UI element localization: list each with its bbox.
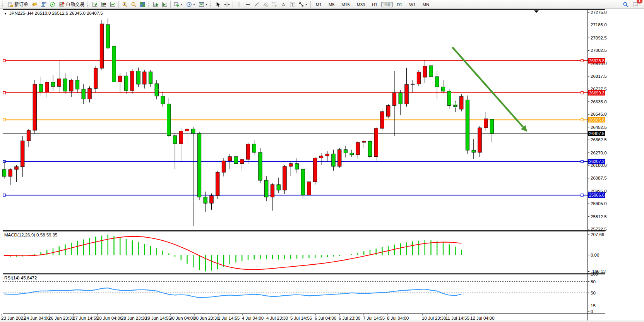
periods-button[interactable]: ▼: [185, 0, 197, 9]
notifications-button[interactable]: 1: [631, 0, 640, 9]
auto-scroll-button[interactable]: [151, 0, 160, 9]
autotrading-button[interactable]: 自动交易: [57, 0, 86, 9]
symbol-search-button[interactable]: [621, 0, 630, 9]
fibonacci-icon: F: [272, 2, 277, 7]
fibonacci-tool-button[interactable]: F: [270, 0, 279, 9]
signals-button[interactable]: [48, 0, 57, 9]
timeframe-button-h4[interactable]: H4: [381, 2, 393, 7]
market-depth-button[interactable]: [30, 0, 39, 9]
candle-body: [27, 130, 31, 141]
line-chart-mode-button[interactable]: [108, 0, 117, 9]
svg-text:26699.3: 26699.3: [589, 91, 605, 95]
candle-body: [2, 170, 6, 176]
timeframe-button-m30[interactable]: M30: [354, 2, 368, 7]
time-tick-label: 30 Jun 23:30: [194, 316, 219, 320]
horizontal-line-tool-button[interactable]: [243, 0, 252, 9]
template-chart-icon: [199, 2, 204, 7]
svg-text:15: 15: [591, 303, 596, 308]
timeframe-button-m5[interactable]: M5: [325, 2, 337, 7]
chart-canvas[interactable]: 27275.027185.027092.527002.526910.026817…: [0, 9, 644, 322]
price-label-box: 26505.8: [588, 117, 605, 123]
line-handle[interactable]: [3, 60, 5, 62]
crosshair-tool-button[interactable]: [223, 0, 231, 9]
clock-icon: [186, 2, 192, 7]
one-click-trading-toggle[interactable]: ▼: [4, 12, 7, 15]
price-tick-label: 26087.5: [591, 176, 607, 180]
templates-button[interactable]: ▼: [197, 0, 209, 9]
candle-body: [271, 185, 274, 197]
cursor-tool-button[interactable]: [214, 0, 223, 9]
price-tick-label: 27002.5: [591, 48, 607, 53]
line-handle[interactable]: [581, 119, 583, 121]
candle-body: [185, 129, 189, 131]
price-tick-label: 26452.5: [591, 125, 607, 130]
line-handle[interactable]: [581, 60, 583, 62]
line-handle[interactable]: [581, 194, 583, 196]
candle-body: [137, 71, 140, 84]
arrows-tool-button[interactable]: ▼: [297, 0, 309, 9]
price-label-box: 26207.2: [588, 159, 605, 164]
chart-shift-button[interactable]: [160, 0, 169, 9]
text-label-tool-button[interactable]: T: [288, 0, 297, 9]
bar-chart-mode-button[interactable]: [91, 0, 99, 9]
line-handle[interactable]: [581, 92, 583, 94]
timeframe-button-m15[interactable]: M15: [338, 2, 353, 7]
candle-body: [112, 46, 116, 82]
svg-text:0.00: 0.00: [591, 253, 599, 257]
candle-body: [75, 80, 79, 89]
dropdown-caret: ▼: [205, 3, 208, 6]
tile-windows-button[interactable]: [138, 0, 147, 9]
candle-body: [192, 129, 195, 134]
line-handle[interactable]: [3, 92, 5, 94]
vertical-line-icon: [236, 2, 242, 7]
svg-text:0: 0: [591, 309, 593, 314]
candle-chart-mode-button[interactable]: [99, 0, 108, 9]
timeframe-button-mn[interactable]: MN: [420, 2, 432, 7]
candle-body: [399, 92, 402, 104]
dropdown-caret: ▼: [305, 3, 308, 6]
candle-body: [82, 89, 86, 99]
timeframe-button-w1[interactable]: W1: [406, 2, 419, 7]
candle-body: [484, 119, 488, 128]
candle-body: [57, 79, 61, 86]
time-tick-label: 26 Jun 23:30: [48, 316, 74, 320]
time-tick-label: 1 Jul 14:55: [218, 316, 240, 320]
price-tick-label: 27092.5: [591, 36, 607, 40]
line-handle[interactable]: [3, 119, 5, 121]
candle-body: [204, 197, 207, 203]
toolbar-separator: [310, 1, 311, 8]
trendline-tool-button[interactable]: [252, 0, 261, 9]
macd-label: MACD(12,26,9) 0.58 59.35: [4, 233, 57, 237]
line-handle[interactable]: [581, 160, 583, 163]
candle-body: [460, 96, 464, 109]
candle-body: [277, 185, 281, 190]
candle-body: [392, 92, 396, 105]
price-label-box: 26407.5: [588, 131, 605, 136]
price-tick-label: 25812.5: [591, 214, 607, 219]
timeframe-button-m1[interactable]: M1: [313, 2, 325, 7]
candle-body: [411, 84, 415, 84]
svg-text:25966.6: 25966.6: [589, 193, 605, 197]
line-handle[interactable]: [3, 194, 5, 196]
trendline-icon: [254, 2, 260, 7]
svg-text:207.66: 207.66: [591, 232, 604, 237]
dropdown-caret: ▼: [193, 3, 195, 6]
vertical-line-tool-button[interactable]: [235, 0, 243, 9]
time-tick-label: 5 Jul 14:55: [290, 316, 312, 320]
equidistant-channel-tool-button[interactable]: E: [261, 0, 270, 9]
new-order-button[interactable]: 新订单: [5, 0, 30, 9]
chart-window[interactable]: 27275.027185.027092.527002.526910.026817…: [0, 9, 644, 322]
timeframe-button-h1[interactable]: H1: [369, 2, 380, 7]
zoom-out-button[interactable]: [129, 0, 138, 9]
svg-text:80: 80: [591, 279, 596, 284]
zoom-in-button[interactable]: [120, 0, 129, 9]
timeframe-button-d1[interactable]: D1: [394, 2, 405, 7]
candle-body: [63, 79, 67, 91]
indicators-button[interactable]: ▼: [172, 0, 185, 9]
community-button[interactable]: [39, 0, 48, 9]
text-tool-button[interactable]: A: [279, 0, 288, 9]
candle-body: [222, 161, 226, 173]
candle-body: [21, 141, 25, 167]
community-person-icon: [41, 2, 46, 7]
candle-body: [118, 76, 122, 82]
